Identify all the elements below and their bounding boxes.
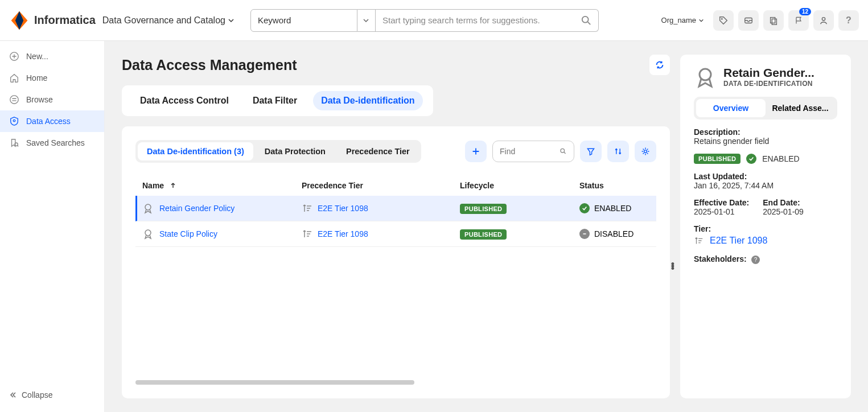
sidebar-item-browse[interactable]: Browse [0, 89, 104, 110]
help-button[interactable]: ? [838, 10, 859, 31]
table-header: Name Precedence Tier Lifecycle Status [135, 175, 656, 196]
search-type-dropdown[interactable] [357, 9, 376, 32]
sidebar-item-label: Data Access [26, 117, 71, 126]
plus-icon [9, 51, 19, 61]
subtab-precedence-tier[interactable]: Precedence Tier [337, 142, 419, 160]
app-switcher[interactable]: Data Governance and Catalog [102, 15, 235, 26]
tag-button[interactable] [713, 10, 734, 31]
search-input[interactable] [382, 15, 581, 25]
flag-icon [794, 16, 803, 25]
chevron-down-icon [228, 17, 235, 24]
horizontal-scrollbar[interactable] [135, 380, 656, 385]
collapse-label: Collapse [22, 390, 52, 399]
column-precedence-tier[interactable]: Precedence Tier [302, 181, 460, 190]
subtab-de-identification[interactable]: Data De-identification (3) [138, 142, 253, 160]
sidebar-item-home[interactable]: Home [0, 67, 104, 89]
sidebar-item-new[interactable]: New... [0, 46, 104, 67]
notifications-button[interactable]: 12 [788, 10, 809, 31]
search-icon[interactable] [581, 15, 591, 26]
svg-point-9 [10, 96, 18, 104]
svg-point-15 [145, 230, 151, 236]
chevron-down-icon [698, 18, 704, 23]
tier-link[interactable]: E2E Tier 1098 [318, 204, 368, 213]
status-label: DISABLED [594, 229, 633, 238]
sidebar-item-label: Home [26, 73, 47, 83]
sidebar-item-label: Saved Searches [26, 138, 85, 147]
tab-data-access-control[interactable]: Data Access Control [132, 91, 237, 110]
svg-marker-1 [15, 11, 23, 29]
sidebar: New... Home Browse Data Access Saved Sea… [0, 41, 105, 412]
sidebar-item-label: Browse [26, 95, 53, 104]
table-row[interactable]: State Clip Policy E2E Tier 1098 PUBLISHE… [135, 221, 656, 247]
sidebar-item-data-access[interactable]: Data Access [0, 110, 104, 132]
lifecycle-badge: PUBLISHED [460, 204, 507, 214]
scrollbar-thumb[interactable] [135, 380, 414, 385]
status-label: ENABLED [594, 204, 631, 213]
filter-button[interactable] [580, 141, 602, 162]
app-name-label: Data Governance and Catalog [102, 15, 225, 26]
field-end-date: End Date: 2025-01-09 [763, 198, 804, 216]
tier-icon [302, 228, 313, 240]
tab-data-de-identification[interactable]: Data De-identification [313, 91, 422, 110]
policy-name-link[interactable]: State Clip Policy [159, 229, 217, 238]
find-input[interactable] [500, 147, 555, 156]
bookmark-icon [9, 138, 19, 148]
inbox-button[interactable] [738, 10, 759, 31]
effective-date-value: 2025-01-01 [694, 207, 749, 216]
detail-tab-related-assets[interactable]: Related Asse... [766, 99, 835, 117]
add-button[interactable] [465, 141, 487, 162]
policy-name-link[interactable]: Retain Gender Policy [159, 204, 235, 213]
inbox-icon [743, 15, 754, 26]
detail-tab-overview[interactable]: Overview [696, 99, 766, 117]
notification-badge: 12 [799, 8, 811, 15]
column-label: Status [579, 181, 604, 190]
user-button[interactable] [813, 10, 834, 31]
tier-icon [302, 203, 313, 214]
tier-link[interactable]: E2E Tier 1098 [318, 229, 368, 238]
column-label: Name [142, 181, 164, 190]
copy-button[interactable] [763, 10, 784, 31]
keyword-label: Keyword [258, 15, 291, 25]
tier-icon [694, 236, 704, 246]
org-switcher[interactable]: Org_name [661, 16, 704, 24]
tier-link[interactable]: E2E Tier 1098 [710, 236, 767, 246]
more-vertical-icon: ••• [671, 263, 674, 270]
cell-tier: E2E Tier 1098 [302, 228, 460, 240]
stakeholders-label: Stakeholders: [694, 254, 747, 263]
sidebar-item-label: New... [26, 52, 48, 61]
column-lifecycle[interactable]: Lifecycle [460, 181, 579, 190]
refresh-icon [655, 60, 665, 70]
subtab-data-protection[interactable]: Data Protection [256, 142, 335, 160]
sidebar-item-saved-searches[interactable]: Saved Searches [0, 132, 104, 154]
more-menu-button[interactable]: ••• [671, 263, 674, 270]
logo-icon [9, 10, 30, 31]
cell-name: Retain Gender Policy [142, 203, 302, 214]
search-bar: Keyword [250, 9, 599, 32]
last-updated-value: Jan 16, 2025, 7:44 AM [694, 181, 837, 190]
column-status[interactable]: Status [579, 181, 649, 190]
ribbon-icon [142, 203, 154, 214]
check-circle-icon [746, 154, 756, 164]
tab-data-filter[interactable]: Data Filter [245, 91, 305, 110]
svg-point-12 [561, 149, 565, 153]
sort-button[interactable] [607, 141, 629, 162]
column-label: Precedence Tier [302, 181, 363, 190]
settings-button[interactable] [635, 141, 656, 162]
shield-icon [9, 116, 19, 126]
column-name[interactable]: Name [142, 181, 302, 190]
chevron-down-icon [363, 17, 369, 24]
filter-icon [586, 147, 595, 156]
sidebar-collapse[interactable]: Collapse [0, 382, 104, 407]
field-stakeholders: Stakeholders: ? [694, 254, 837, 264]
content-card: Data De-identification (3) Data Protecti… [122, 126, 670, 398]
svg-point-7 [822, 17, 825, 20]
help-icon[interactable]: ? [751, 256, 760, 264]
user-icon [818, 15, 829, 26]
home-icon [9, 73, 19, 83]
search-type-selector[interactable]: Keyword [250, 9, 357, 32]
table-row[interactable]: Retain Gender Policy E2E Tier 1098 PUBLI… [135, 196, 656, 221]
search-icon[interactable] [560, 147, 567, 156]
refresh-button[interactable] [649, 55, 670, 75]
policies-table: Name Precedence Tier Lifecycle Status Re… [135, 175, 656, 247]
status-row: PUBLISHED ENABLED [694, 154, 837, 164]
